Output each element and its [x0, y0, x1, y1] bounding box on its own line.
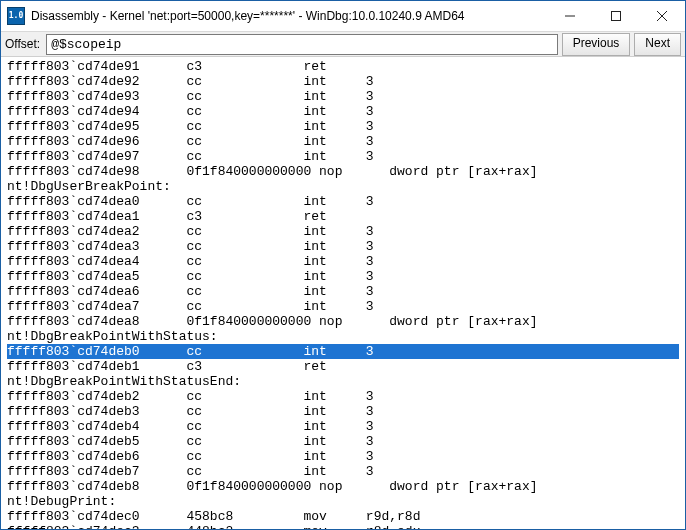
disasm-row[interactable]: fffff803`cd74dea0 cc int 3 [7, 194, 679, 209]
disasm-row[interactable]: fffff803`cd74dea1 c3 ret [7, 209, 679, 224]
disasm-row[interactable]: fffff803`cd74de95 cc int 3 [7, 119, 679, 134]
disasm-row[interactable]: fffff803`cd74dea6 cc int 3 [7, 284, 679, 299]
disasm-row[interactable]: fffff803`cd74de92 cc int 3 [7, 74, 679, 89]
svg-rect-1 [612, 12, 621, 21]
disasm-row[interactable]: fffff803`cd74dea3 cc int 3 [7, 239, 679, 254]
maximize-icon [611, 11, 621, 21]
disasm-row[interactable]: fffff803`cd74deb8 0f1f840000000000 nop d… [7, 479, 679, 494]
disasm-row[interactable]: fffff803`cd74deb5 cc int 3 [7, 434, 679, 449]
disasm-row[interactable]: fffff803`cd74de93 cc int 3 [7, 89, 679, 104]
disassembly-window: 1.0 Disassembly - Kernel 'net:port=50000… [0, 0, 686, 530]
disasm-row[interactable]: fffff803`cd74de96 cc int 3 [7, 134, 679, 149]
symbol-label[interactable]: nt!DbgBreakPointWithStatus: [7, 329, 679, 344]
disasm-row[interactable]: fffff803`cd74de97 cc int 3 [7, 149, 679, 164]
minimize-icon [565, 11, 575, 21]
disasm-row[interactable]: fffff803`cd74deb7 cc int 3 [7, 464, 679, 479]
symbol-label[interactable]: nt!DbgUserBreakPoint: [7, 179, 679, 194]
disasm-row[interactable]: fffff803`cd74dea2 cc int 3 [7, 224, 679, 239]
disasm-row[interactable]: fffff803`cd74de94 cc int 3 [7, 104, 679, 119]
disasm-row[interactable]: fffff803`cd74dec0 458bc8 mov r9d,r8d [7, 509, 679, 524]
disasm-row[interactable]: fffff803`cd74deb4 cc int 3 [7, 419, 679, 434]
offset-label: Offset: [5, 37, 42, 51]
disasm-row[interactable]: fffff803`cd74de91 c3 ret [7, 59, 679, 74]
app-icon: 1.0 [7, 7, 25, 25]
disasm-row[interactable]: fffff803`cd74dec3 448bc2 mov r8d,edx [7, 524, 679, 529]
disasm-row[interactable]: fffff803`cd74deb3 cc int 3 [7, 404, 679, 419]
disasm-row[interactable]: fffff803`cd74deb1 c3 ret [7, 359, 679, 374]
window-title: Disassembly - Kernel 'net:port=50000,key… [31, 9, 547, 23]
disasm-row[interactable]: fffff803`cd74dea8 0f1f840000000000 nop d… [7, 314, 679, 329]
disasm-row[interactable]: fffff803`cd74deb2 cc int 3 [7, 389, 679, 404]
next-button[interactable]: Next [634, 33, 681, 56]
minimize-button[interactable] [547, 1, 593, 31]
previous-button[interactable]: Previous [562, 33, 631, 56]
close-icon [657, 11, 667, 21]
close-button[interactable] [639, 1, 685, 31]
window-controls [547, 1, 685, 31]
disasm-row[interactable]: fffff803`cd74dea4 cc int 3 [7, 254, 679, 269]
disasm-row[interactable]: fffff803`cd74dea7 cc int 3 [7, 299, 679, 314]
symbol-label[interactable]: nt!DebugPrint: [7, 494, 679, 509]
toolbar: Offset: Previous Next [1, 32, 685, 57]
disasm-row[interactable]: fffff803`cd74deb0 cc int 3 [7, 344, 679, 359]
disasm-row[interactable]: fffff803`cd74de98 0f1f840000000000 nop d… [7, 164, 679, 179]
disasm-row[interactable]: fffff803`cd74dea5 cc int 3 [7, 269, 679, 284]
maximize-button[interactable] [593, 1, 639, 31]
symbol-label[interactable]: nt!DbgBreakPointWithStatusEnd: [7, 374, 679, 389]
disasm-row[interactable]: fffff803`cd74deb6 cc int 3 [7, 449, 679, 464]
titlebar[interactable]: 1.0 Disassembly - Kernel 'net:port=50000… [1, 1, 685, 32]
disassembly-pane[interactable]: fffff803`cd74de91 c3 ret fffff803`cd74de… [1, 57, 685, 529]
offset-input[interactable] [46, 34, 557, 55]
